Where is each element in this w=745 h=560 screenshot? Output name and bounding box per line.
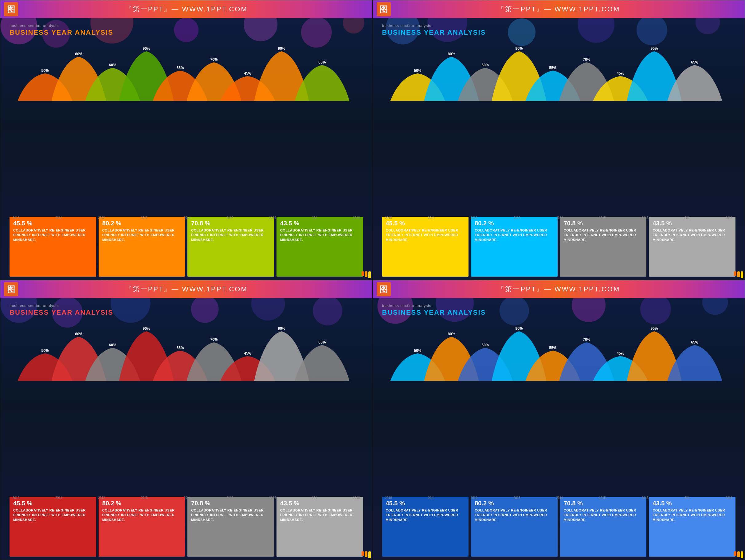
year-label: 2016 [642, 496, 649, 499]
slide-header-4: 图 『第一PPT』— WWW.1PPT.COM [373, 280, 745, 298]
deco-bar-2 [368, 551, 371, 558]
stat-percent-3-2: 80.2 % [102, 500, 182, 507]
stat-percent-4-1: 45.5 % [386, 500, 465, 507]
svg-text:65%: 65% [318, 340, 326, 345]
chart-svg-3: 50%80%60%90%55%70%45%90%65% [9, 320, 363, 494]
chart-area-3: 50%80%60%90%55%70%45%90%65% 201020112012… [9, 320, 363, 494]
svg-text:90%: 90% [278, 46, 285, 51]
stat-text-2-4: COLLABORATIVELY RE-ENGINEER USER FRIENDL… [652, 228, 732, 242]
svg-text:55%: 55% [176, 66, 184, 70]
header-icon-1: 图 [4, 2, 18, 16]
svg-text:60%: 60% [481, 343, 489, 347]
year-label: 2018 [353, 216, 360, 219]
stat-text-1-4: COLLABORATIVELY RE-ENGINEER USER FRIENDL… [280, 228, 359, 242]
section-title-2: BUSINESS YEAR ANALYSIS [382, 29, 736, 37]
svg-text:70%: 70% [583, 58, 590, 62]
year-label: 2016 [269, 216, 276, 219]
year-label: 2011 [428, 496, 435, 499]
svg-text:80%: 80% [75, 332, 82, 336]
section-label-3: business section analysis [9, 304, 363, 308]
svg-text:50%: 50% [41, 348, 48, 353]
stat-percent-4-3: 70.8 % [564, 500, 643, 507]
bottom-deco-3 [360, 550, 372, 560]
stat-text-4-3: COLLABORATIVELY RE-ENGINEER USER FRIENDL… [564, 508, 643, 522]
year-label: 2015 [599, 216, 606, 219]
section-title-1: BUSINESS YEAR ANALYSIS [9, 29, 363, 37]
slide-content-1: business section analysis BUSINESS YEAR … [0, 18, 372, 280]
slide-header-3: 图 『第一PPT』— WWW.1PPT.COM [0, 280, 372, 298]
svg-text:90%: 90% [142, 326, 150, 331]
stat-percent-4-2: 80.2 % [475, 500, 554, 507]
svg-text:65%: 65% [691, 60, 698, 65]
header-icon-char: 图 [7, 284, 15, 295]
deco-bar-2 [741, 551, 743, 558]
year-label: 2011 [55, 216, 62, 219]
stat-text-1-3: COLLABORATIVELY RE-ENGINEER USER FRIENDL… [191, 228, 270, 242]
stat-card-2-1: 45.5 % COLLABORATIVELY RE-ENGINEER USER … [382, 217, 469, 277]
deco-bar-2 [368, 271, 371, 278]
svg-text:45%: 45% [244, 351, 251, 355]
stat-card-3-1: 45.5 % COLLABORATIVELY RE-ENGINEER USER … [9, 497, 96, 557]
svg-text:60%: 60% [109, 343, 116, 347]
year-label: 2014 [184, 216, 191, 219]
year-label: 2011 [55, 496, 62, 499]
stat-card-4-1: 45.5 % COLLABORATIVELY RE-ENGINEER USER … [382, 497, 469, 557]
svg-text:90%: 90% [515, 46, 523, 51]
stat-percent-3-3: 70.8 % [191, 500, 270, 507]
stat-card-2-4: 43.5 % COLLABORATIVELY RE-ENGINEER USER … [649, 217, 736, 277]
svg-text:90%: 90% [650, 46, 658, 51]
header-title-1: 『第一PPT』— WWW.1PPT.COM [125, 5, 248, 14]
slide-2: 图 『第一PPT』— WWW.1PPT.COM business section… [372, 0, 745, 280]
chart-svg-1: 50%80%60%90%55%70%45%90%65% [9, 40, 363, 214]
header-title-4: 『第一PPT』— WWW.1PPT.COM [497, 285, 620, 294]
stat-card-3-2: 80.2 % COLLABORATIVELY RE-ENGINEER USER … [99, 497, 185, 557]
year-label: 2013 [513, 216, 520, 219]
deco-bar-2 [741, 271, 743, 278]
year-label: 2012 [471, 496, 478, 499]
year-label: 2013 [141, 496, 148, 499]
section-label-4: business section analysis [382, 304, 736, 308]
stat-card-4-2: 80.2 % COLLABORATIVELY RE-ENGINEER USER … [471, 497, 558, 557]
stat-text-3-3: COLLABORATIVELY RE-ENGINEER USER FRIENDL… [191, 508, 270, 522]
stat-card-1-2: 80.2 % COLLABORATIVELY RE-ENGINEER USER … [99, 217, 185, 277]
year-label: 2014 [556, 216, 563, 219]
stats-grid-1: 45.5 % COLLABORATIVELY RE-ENGINEER USER … [9, 217, 363, 277]
deco-bar-0 [734, 551, 736, 556]
stat-card-1-4: 43.5 % COLLABORATIVELY RE-ENGINEER USER … [277, 217, 363, 277]
deco-bar-1 [365, 551, 367, 557]
slide-content-2: business section analysis BUSINESS YEAR … [373, 18, 745, 280]
svg-text:90%: 90% [142, 46, 150, 51]
section-label-2: business section analysis [382, 24, 736, 28]
svg-text:70%: 70% [210, 58, 218, 62]
stat-text-2-3: COLLABORATIVELY RE-ENGINEER USER FRIENDL… [564, 228, 643, 242]
slide-4: 图 『第一PPT』— WWW.1PPT.COM business section… [372, 280, 745, 560]
year-label: 2016 [642, 216, 649, 219]
svg-text:80%: 80% [448, 332, 455, 336]
axis-labels-1: 20102011201220132014201520162012018 [9, 216, 363, 219]
stat-percent-2-3: 70.8 % [564, 220, 643, 227]
header-icon-2: 图 [377, 2, 391, 16]
year-label: 2012 [471, 216, 478, 219]
stat-percent-3-1: 45.5 % [13, 500, 93, 507]
deco-bar-0 [362, 271, 364, 276]
header-icon-char: 图 [380, 4, 388, 15]
year-label: 201 [684, 496, 690, 499]
year-label: 2012 [98, 496, 105, 499]
svg-text:50%: 50% [414, 68, 421, 73]
deco-bar-0 [362, 551, 364, 556]
chart-area-1: 50%80%60%90%55%70%45%90%65% 201020112012… [9, 40, 363, 214]
chart-area-2: 50%80%60%90%55%70%45%90%65% 201020112012… [382, 40, 736, 214]
year-label: 2015 [226, 216, 233, 219]
year-label: 2013 [141, 216, 148, 219]
slide-3: 图 『第一PPT』— WWW.1PPT.COM business section… [0, 280, 372, 560]
year-label: 2010 [12, 216, 19, 219]
year-label: 2010 [385, 216, 392, 219]
year-label: 201 [312, 216, 317, 219]
stat-text-4-4: COLLABORATIVELY RE-ENGINEER USER FRIENDL… [652, 508, 732, 522]
year-label: 2015 [226, 496, 233, 499]
stat-card-4-3: 70.8 % COLLABORATIVELY RE-ENGINEER USER … [560, 497, 647, 557]
stat-percent-3-4: 43.5 % [280, 500, 359, 507]
year-label: 201 [684, 216, 690, 219]
year-label: 2013 [513, 496, 520, 499]
stat-card-1-1: 45.5 % COLLABORATIVELY RE-ENGINEER USER … [9, 217, 96, 277]
